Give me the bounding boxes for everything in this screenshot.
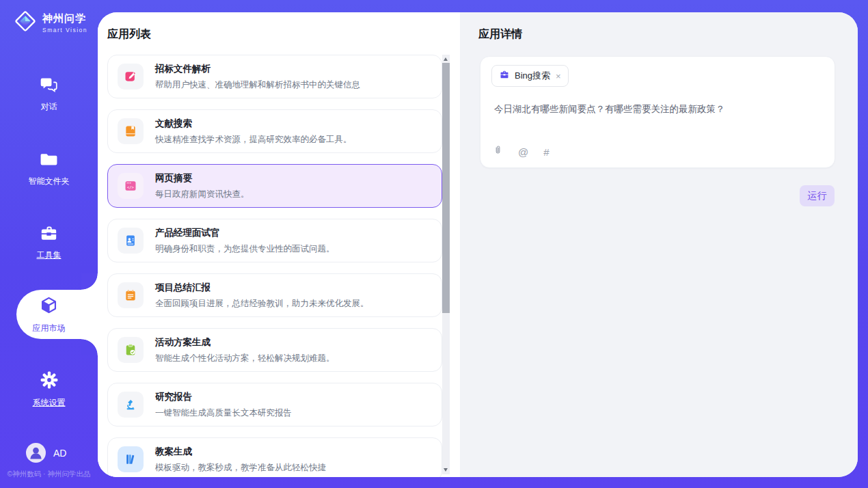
app-name: 文献搜索 [155, 118, 352, 130]
user-account[interactable]: AD [26, 443, 66, 463]
tool-chip-bing-search[interactable]: Bing搜索 × [491, 65, 569, 87]
user-name: AD [53, 448, 66, 459]
cube-icon [39, 295, 59, 314]
app-description: 帮助用户快速、准确地理解和解析招标书中的关键信息 [155, 79, 360, 91]
book-icon [118, 118, 144, 144]
app-detail-pane: 应用详情 Bing搜索 × 今日湖北有哪些新闻要点？有哪些需要关注的最新政策？ [460, 12, 858, 477]
sidebar-item-smart-folder[interactable]: 智能文件夹 [0, 150, 98, 187]
scroll-down-arrow-icon[interactable] [444, 468, 448, 472]
hash-icon[interactable]: # [543, 146, 549, 158]
sidebar-item-settings[interactable]: 系统设置 [0, 370, 98, 409]
logo-title: 神州问学 [42, 12, 86, 24]
at-icon[interactable]: @ [518, 146, 528, 158]
app-list-pane: 应用列表 招标文件解析 帮助用户快速、准确地理解和解析招标书中的关键信息 [98, 12, 460, 477]
app-name: 项目总结汇报 [155, 282, 369, 294]
sidebar-footer: ©神州数码 · 神州问学出品 [0, 470, 98, 479]
gear-icon [40, 370, 59, 390]
input-toolbar: @ # [493, 144, 550, 159]
toolbox-icon [40, 223, 58, 243]
scroll-up-arrow-icon[interactable] [444, 57, 448, 61]
sidebar-item-label: 应用市场 [0, 323, 98, 334]
app-description: 明确身份和职责，为您提供专业性的面试问题。 [155, 243, 335, 255]
avatar [26, 443, 46, 463]
app-name: 招标文件解析 [155, 63, 360, 75]
query-text[interactable]: 今日湖北有哪些新闻要点？有哪些需要关注的最新政策？ [494, 103, 821, 116]
notepad-icon [118, 282, 144, 308]
clipboard-check-icon [118, 337, 144, 363]
app-list-title: 应用列表 [107, 27, 151, 42]
sidebar-item-app-market[interactable]: 应用市场 [0, 295, 98, 334]
sidebar-item-label: 智能文件夹 [0, 176, 98, 187]
logo-subtitle: Smart Vision [42, 27, 87, 33]
app-name: 产品经理面试官 [155, 227, 335, 239]
app-description: 每日政府新闻资讯快查。 [155, 189, 249, 200]
app-window: 神州问学 Smart Vision 对话 智能文件夹 [0, 0, 868, 488]
app-name: 网页摘要 [155, 172, 249, 185]
browser-code-icon: </> [118, 173, 144, 199]
app-card-research-report[interactable]: 研究报告 一键智能生成高质量长文本研究报告 [107, 383, 442, 426]
logo-text: 神州问学 Smart Vision [42, 12, 87, 33]
app-card-pm-interviewer[interactable]: 产品经理面试官 明确身份和职责，为您提供专业性的面试问题。 [107, 219, 442, 262]
folder-icon [40, 150, 58, 169]
chat-icon [40, 75, 58, 94]
app-name: 研究报告 [155, 391, 292, 403]
sidebar: 神州问学 Smart Vision 对话 智能文件夹 [0, 0, 98, 488]
app-card-list: 招标文件解析 帮助用户快速、准确地理解和解析招标书中的关键信息 文献搜索 [107, 55, 442, 477]
sidebar-item-label: 对话 [0, 101, 98, 113]
app-description: 智能生成个性化活动方案，轻松解决规划难题。 [155, 353, 335, 364]
prompt-card: Bing搜索 × 今日湖北有哪些新闻要点？有哪些需要关注的最新政策？ @ # [480, 56, 835, 168]
app-card-event-plan[interactable]: 活动方案生成 智能生成个性化活动方案，轻松解决规划难题。 [107, 328, 442, 372]
run-button[interactable]: 运行 [800, 185, 835, 206]
app-detail-title: 应用详情 [478, 27, 522, 42]
content-panel: 应用列表 招标文件解析 帮助用户快速、准确地理解和解析招标书中的关键信息 [98, 12, 858, 477]
svg-text:</>: </> [127, 185, 135, 189]
bubble-curve-bottom [81, 339, 98, 355]
logo-diamond-icon [14, 10, 37, 36]
app-logo: 神州问学 Smart Vision [14, 10, 87, 36]
app-card-lesson-plan[interactable]: 教案生成 模板驱动，教案秒成，教学准备从此轻松快捷 [107, 437, 442, 477]
sidebar-item-toolset[interactable]: 工具集 [0, 223, 98, 261]
resume-person-icon [118, 228, 144, 254]
bubble-curve-top [81, 273, 98, 290]
app-card-bid-analysis[interactable]: 招标文件解析 帮助用户快速、准确地理解和解析招标书中的关键信息 [107, 55, 442, 98]
scrollbar-thumb[interactable] [442, 63, 450, 313]
app-name: 教案生成 [155, 446, 326, 458]
app-card-literature-search[interactable]: 文献搜索 快速精准查找学术资源，提高研究效率的必备工具。 [107, 109, 442, 153]
books-icon [118, 446, 144, 472]
tool-chip-label: Bing搜索 [515, 70, 550, 82]
app-description: 一键智能生成高质量长文本研究报告 [155, 407, 292, 419]
app-list-scrollbar[interactable] [442, 55, 450, 474]
app-description: 全面回顾项目进展，总结经验教训，助力未来优化发展。 [155, 298, 369, 310]
app-name: 活动方案生成 [155, 336, 335, 349]
briefcase-icon [499, 69, 510, 83]
app-card-web-summary[interactable]: </> 网页摘要 每日政府新闻资讯快查。 [107, 164, 442, 208]
sidebar-item-label: 系统设置 [0, 397, 98, 409]
app-card-project-summary[interactable]: 项目总结汇报 全面回顾项目进展，总结经验教训，助力未来优化发展。 [107, 273, 442, 317]
app-description: 快速精准查找学术资源，提高研究效率的必备工具。 [155, 134, 352, 146]
microscope-icon [118, 392, 144, 418]
sidebar-item-chat[interactable]: 对话 [0, 75, 98, 113]
edit-document-icon [118, 64, 144, 90]
chip-close-icon[interactable]: × [556, 72, 561, 81]
sidebar-item-label: 工具集 [0, 249, 98, 261]
app-description: 模板驱动，教案秒成，教学准备从此轻松快捷 [155, 462, 326, 474]
paperclip-icon[interactable] [493, 144, 503, 159]
